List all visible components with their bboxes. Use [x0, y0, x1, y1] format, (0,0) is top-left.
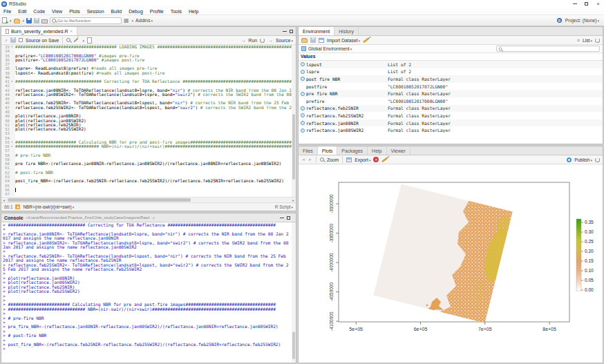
save-icon[interactable]: [26, 18, 32, 23]
environment-tab[interactable]: History: [334, 27, 359, 35]
code-tools-dropdown[interactable]: [82, 38, 84, 43]
print-icon[interactable]: [41, 18, 48, 23]
menu-item[interactable]: Debug: [125, 9, 147, 14]
environment-scope-selector[interactable]: Global Environment: [308, 46, 352, 51]
tab-close-icon[interactable]: ×: [70, 29, 73, 33]
r-file-icon: [6, 29, 9, 34]
plots-tab[interactable]: Files: [299, 146, 318, 155]
menu-item[interactable]: Session: [84, 9, 108, 14]
export-button[interactable]: Export: [355, 157, 370, 162]
environment-row[interactable]: reflectance.jan08SWIR2 Formal class Rast…: [299, 126, 603, 134]
console-scrollbar[interactable]: [292, 222, 296, 363]
object-inspect-icon[interactable]: [301, 62, 305, 66]
pane-minimize-icon[interactable]: [283, 31, 287, 32]
import-dataset-button[interactable]: Import Dataset: [327, 38, 360, 43]
legend-tick-label: 0.30: [585, 229, 594, 234]
environment-row[interactable]: pre_fire_NBR Formal class RasterLayer: [299, 90, 603, 97]
file-type-selector[interactable]: R Script: [275, 204, 293, 209]
workspace-panes-icon[interactable]: ▦: [124, 18, 129, 23]
refresh-icon[interactable]: [595, 38, 600, 43]
remove-plot-icon[interactable]: ✕: [373, 157, 379, 162]
find-replace-icon[interactable]: [66, 38, 70, 42]
object-inspect-icon[interactable]: [301, 121, 305, 125]
object-inspect-icon[interactable]: [301, 77, 305, 81]
menu-item[interactable]: Tools: [167, 9, 185, 14]
tab-burn-severity-script[interactable]: Burn_severity_extended.R ×: [1, 27, 77, 35]
menu-item[interactable]: Build: [108, 9, 126, 14]
plots-tab[interactable]: Packages: [337, 146, 368, 155]
clear-plots-icon[interactable]: [381, 159, 388, 161]
compile-report-icon[interactable]: [87, 37, 92, 44]
environment-row[interactable]: lspre List of 2: [299, 68, 603, 76]
plots-refresh-icon[interactable]: [595, 157, 600, 162]
environment-tab-bar: Environment History: [299, 27, 603, 36]
save-workspace-icon[interactable]: [310, 37, 316, 43]
scroll-left-icon[interactable]: ◄: [2, 198, 6, 203]
menu-item[interactable]: Profile: [147, 9, 167, 14]
source-on-save-checkbox[interactable]: [19, 38, 23, 42]
pane-maximize-icon[interactable]: [290, 30, 293, 33]
scroll-right-icon[interactable]: ►: [292, 198, 295, 203]
menu-bar: FileEditCodeViewPlotsSessionBuildDebugPr…: [0, 8, 604, 15]
close-button[interactable]: ×: [592, 0, 604, 8]
environment-row[interactable]: reflectance.feb25NIR Formal class Raster…: [299, 105, 603, 113]
menu-item[interactable]: Code: [30, 9, 48, 14]
plots-tab[interactable]: Viewer: [387, 146, 410, 155]
run-button[interactable]: Run: [248, 38, 256, 43]
editor-vertical-scrollbar[interactable]: [292, 45, 296, 197]
object-inspect-icon[interactable]: [301, 113, 305, 117]
environment-row[interactable]: post_fire_NBR Formal class RasterLayer: [299, 75, 603, 83]
editor-line[interactable]: 67: [1, 192, 296, 196]
source-button[interactable]: Source: [276, 38, 293, 43]
maximize-button[interactable]: [581, 0, 592, 8]
environment-row[interactable]: reflectance.feb25SWIR2 Formal class Rast…: [299, 112, 603, 119]
plots-tab[interactable]: Help: [368, 146, 386, 155]
save-all-icon[interactable]: [34, 18, 39, 23]
menu-item[interactable]: Edit: [15, 9, 30, 14]
code-editor[interactable]: 33 #####################################…: [1, 45, 296, 197]
zoom-button[interactable]: Zoom: [327, 157, 339, 162]
editor-horizontal-scrollbar[interactable]: ◄ ►: [1, 197, 296, 202]
console-output[interactable]: > ############################## Correct…: [1, 222, 296, 363]
project-menu[interactable]: R Project: (None): [556, 18, 602, 23]
panes-dropdown[interactable]: [131, 18, 134, 23]
menu-item[interactable]: View: [48, 9, 66, 14]
list-view-selector[interactable]: List: [583, 38, 592, 43]
previous-plot-icon[interactable]: ◄: [301, 157, 305, 162]
environment-tab[interactable]: Environment: [299, 27, 334, 35]
publish-button[interactable]: Publish: [574, 157, 592, 162]
goto-file-search[interactable]: [50, 17, 122, 24]
environment-row[interactable]: postfire "LC80010852017072LGN00": [299, 83, 603, 90]
object-inspect-icon[interactable]: [301, 92, 305, 96]
open-recent-dropdown[interactable]: [22, 18, 25, 23]
console-maximize-icon[interactable]: [287, 216, 290, 220]
menu-item[interactable]: Plots: [66, 9, 84, 14]
minimize-button[interactable]: [569, 0, 581, 8]
save-script-icon[interactable]: [10, 37, 16, 43]
load-workspace-icon[interactable]: [301, 37, 308, 43]
menu-item[interactable]: Help: [185, 9, 202, 14]
open-folder-icon[interactable]: [14, 18, 20, 23]
environment-row[interactable]: prefire "LC80010852017008LGN00": [299, 97, 603, 105]
next-plot-icon[interactable]: ►: [308, 157, 312, 162]
menu-item[interactable]: File: [0, 9, 15, 14]
rerun-icon[interactable]: [260, 38, 265, 43]
clear-workspace-icon[interactable]: [363, 39, 369, 41]
object-inspect-icon[interactable]: [301, 128, 305, 133]
environment-row[interactable]: reflectance.jan08NIR Formal class Raster…: [299, 119, 603, 127]
cursor-position: 66:1: [4, 204, 12, 209]
console-minimize-icon[interactable]: [280, 218, 284, 218]
section-navigator[interactable]: NBR=(nir-swir)/(nir+swir): [23, 204, 74, 209]
object-inspect-icon[interactable]: [301, 70, 305, 74]
environment-row[interactable]: lspost List of 2: [299, 61, 603, 68]
goto-file-input[interactable]: [57, 18, 118, 23]
object-inspect-icon[interactable]: [301, 106, 305, 111]
popout-icon[interactable]: ↗: [4, 38, 8, 43]
plots-tab[interactable]: Plots: [318, 146, 338, 155]
environment-search[interactable]: [496, 46, 600, 52]
code-tools-icon[interactable]: [73, 39, 79, 41]
new-file-dropdown[interactable]: [9, 18, 12, 23]
new-file-icon[interactable]: [2, 17, 7, 23]
console-popout-icon[interactable]: ↗: [152, 215, 155, 220]
addins-menu[interactable]: Addins: [135, 18, 153, 23]
